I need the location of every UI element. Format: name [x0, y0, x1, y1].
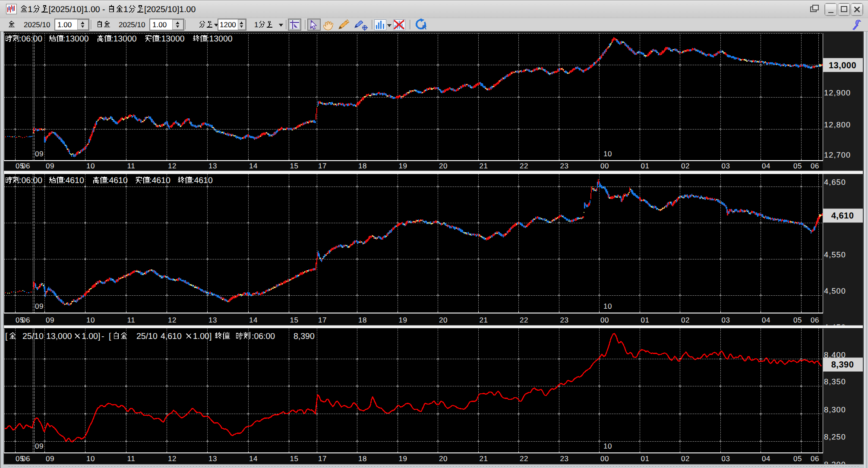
svg-text:1.00: 1.00 — [152, 21, 167, 29]
svg-text::4610: :4610 — [192, 176, 213, 185]
svg-text:02: 02 — [681, 162, 690, 170]
svg-text:14: 14 — [249, 162, 258, 170]
svg-text:22: 22 — [520, 455, 528, 463]
svg-text:[: [ — [5, 332, 8, 341]
svg-text:25/10: 25/10 — [136, 332, 158, 341]
svg-text:04: 04 — [762, 455, 770, 463]
svg-text:4,610: 4,610 — [831, 211, 854, 221]
svg-text:05: 05 — [793, 162, 802, 170]
svg-text:13,000: 13,000 — [829, 61, 856, 70]
svg-text:19: 19 — [399, 162, 407, 170]
svg-text:21: 21 — [480, 455, 488, 463]
svg-text:20: 20 — [439, 162, 448, 170]
svg-text:8,300: 8,300 — [824, 405, 846, 414]
svg-text:11: 11 — [127, 455, 136, 463]
svg-text:05: 05 — [793, 455, 802, 463]
svg-text:10: 10 — [86, 162, 95, 170]
svg-text:8,390: 8,390 — [294, 332, 315, 341]
svg-text:21: 21 — [480, 316, 488, 324]
svg-text:12,900: 12,900 — [824, 89, 851, 97]
svg-text:00: 00 — [600, 316, 609, 324]
svg-text:01: 01 — [641, 162, 650, 170]
svg-text:R: R — [422, 24, 426, 31]
svg-text:17: 17 — [318, 455, 327, 463]
svg-text:1200: 1200 — [220, 21, 236, 29]
svg-text:14: 14 — [249, 455, 258, 463]
svg-text:06: 06 — [811, 316, 819, 324]
svg-text::4610: :4610 — [149, 176, 170, 185]
svg-text:19: 19 — [399, 316, 407, 324]
svg-text::06:00: :06:00 — [252, 332, 275, 341]
svg-text:22: 22 — [520, 162, 528, 170]
svg-text::4610: :4610 — [107, 176, 128, 185]
svg-text::13000: :13000 — [111, 34, 137, 44]
svg-text:01: 01 — [641, 455, 650, 463]
svg-text:13: 13 — [208, 455, 217, 463]
svg-text:02: 02 — [681, 455, 690, 463]
svg-text:00: 00 — [600, 455, 609, 463]
svg-text:03: 03 — [722, 316, 730, 324]
svg-text:10: 10 — [603, 302, 612, 310]
svg-text:09: 09 — [35, 442, 44, 450]
svg-text:1: 1 — [28, 5, 33, 14]
svg-text:1.00: 1.00 — [57, 21, 72, 29]
svg-text:12,800: 12,800 — [824, 120, 851, 129]
svg-text:13: 13 — [208, 316, 217, 324]
svg-text:10: 10 — [86, 316, 95, 324]
svg-text:12,700: 12,700 — [824, 151, 851, 159]
svg-text:18: 18 — [358, 162, 367, 170]
svg-text:1.00]: 1.00] — [82, 332, 100, 341]
svg-text:09: 09 — [35, 150, 44, 158]
svg-text:1.00]: 1.00] — [193, 332, 211, 341]
svg-text:10: 10 — [603, 442, 612, 450]
svg-text:06: 06 — [22, 455, 30, 463]
svg-text:17: 17 — [318, 316, 327, 324]
svg-text:03: 03 — [722, 455, 730, 463]
svg-text:8,250: 8,250 — [824, 433, 846, 441]
svg-text:10: 10 — [86, 455, 95, 463]
svg-text:4,500: 4,500 — [824, 287, 846, 295]
svg-text:15: 15 — [290, 455, 299, 463]
svg-text:13,000: 13,000 — [46, 332, 72, 341]
svg-text:19: 19 — [399, 455, 407, 463]
svg-text::06:00: :06:00 — [19, 34, 42, 44]
svg-text:06: 06 — [811, 455, 819, 463]
svg-text:04: 04 — [762, 316, 770, 324]
svg-text:[2025/10]1.00: [2025/10]1.00 — [144, 5, 196, 14]
svg-text:00: 00 — [600, 162, 609, 170]
svg-text::4610: :4610 — [63, 176, 84, 185]
svg-text:10: 10 — [603, 150, 612, 158]
svg-text:09: 09 — [46, 316, 54, 324]
svg-text:23: 23 — [560, 316, 569, 324]
svg-text:8,350: 8,350 — [824, 377, 846, 386]
svg-text:09: 09 — [35, 302, 44, 310]
svg-text::13000: :13000 — [159, 34, 185, 44]
svg-text::13000: :13000 — [63, 34, 89, 44]
svg-text:[2025/10]1.00 -: [2025/10]1.00 - — [48, 5, 105, 14]
svg-text:2025/10: 2025/10 — [24, 21, 50, 29]
svg-text:06: 06 — [22, 316, 30, 324]
svg-text:06: 06 — [22, 162, 30, 170]
svg-text:23: 23 — [560, 162, 569, 170]
svg-text:12: 12 — [168, 316, 177, 324]
svg-text:8,390: 8,390 — [831, 360, 854, 370]
svg-text:20: 20 — [439, 455, 448, 463]
svg-text:13: 13 — [208, 162, 217, 170]
svg-text:2025/10: 2025/10 — [119, 21, 145, 29]
svg-text:[: [ — [109, 332, 111, 341]
svg-text:-: - — [101, 332, 104, 341]
svg-text:09: 09 — [46, 162, 54, 170]
svg-text:20: 20 — [439, 316, 448, 324]
svg-text:02: 02 — [681, 316, 690, 324]
svg-text:1: 1 — [254, 21, 258, 29]
svg-text:04: 04 — [762, 162, 770, 170]
svg-text::13000: :13000 — [207, 34, 233, 44]
svg-text:09: 09 — [46, 455, 54, 463]
svg-text:18: 18 — [358, 316, 367, 324]
svg-text:17: 17 — [318, 162, 327, 170]
svg-text::06:00: :06:00 — [19, 176, 42, 185]
svg-text:21: 21 — [480, 162, 488, 170]
svg-text:06: 06 — [811, 162, 819, 170]
svg-text:22: 22 — [520, 316, 528, 324]
svg-text:01: 01 — [641, 316, 650, 324]
